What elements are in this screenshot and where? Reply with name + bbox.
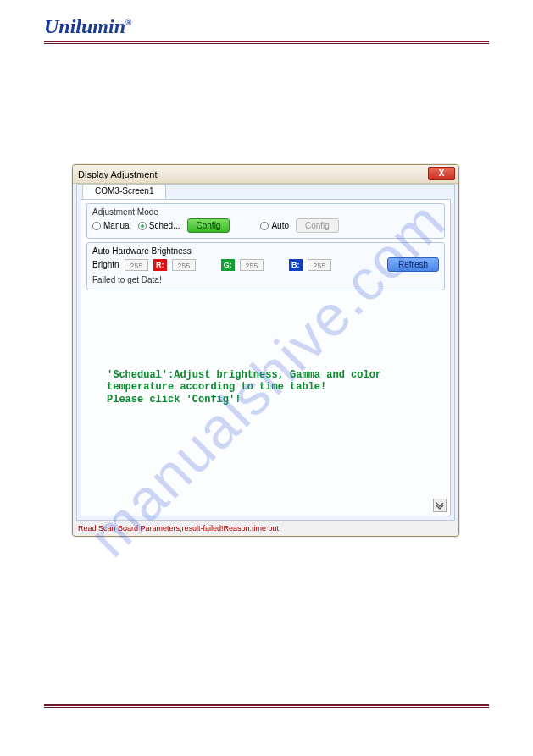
status-bar: Read Scan Board Parameters,result-failed… — [76, 522, 455, 534]
adjustment-mode-group: Adjustment Mode Manual Sched... Config A… — [86, 203, 445, 239]
hw-fail-text: Failed to get Data! — [92, 275, 439, 284]
hw-title: Auto Hardware Brightness — [92, 246, 439, 256]
brand-logo: Unilumin® — [44, 15, 132, 38]
scroll-down-button[interactable] — [433, 499, 447, 512]
radio-sched[interactable]: Sched... — [138, 221, 180, 230]
radio-auto[interactable]: Auto — [260, 221, 289, 230]
radio-manual[interactable]: Manual — [92, 221, 131, 230]
display-adjustment-window: Display Adjustment X COM3-Screen1 Adjust… — [72, 164, 459, 537]
window-body: COM3-Screen1 Adjustment Mode Manual Sche… — [76, 184, 455, 521]
close-button[interactable]: X — [428, 167, 455, 180]
red-value: 255 — [172, 259, 196, 271]
config-button-sched[interactable]: Config — [187, 218, 230, 233]
tab-pane: Adjustment Mode Manual Sched... Config A… — [81, 199, 451, 516]
window-titlebar: Display Adjustment X — [73, 165, 458, 184]
red-swatch: R: — [153, 259, 167, 271]
refresh-button[interactable]: Refresh — [387, 257, 439, 272]
header-rule — [44, 41, 489, 44]
help-text: 'Schedual':Adjust brightness, Gamma and … — [107, 369, 425, 406]
tab-com3-screen1[interactable]: COM3-Screen1 — [82, 184, 166, 199]
auto-hardware-brightness-group: Auto Hardware Brightness Brightn 255 R: … — [86, 242, 445, 290]
chevron-down-icon — [434, 499, 446, 511]
brightn-value: 255 — [125, 259, 148, 271]
window-title: Display Adjustment — [78, 169, 158, 179]
blue-swatch: B: — [289, 259, 303, 271]
adjustment-mode-legend: Adjustment Mode — [92, 207, 439, 217]
green-swatch: G: — [221, 259, 235, 271]
config-button-auto: Config — [296, 218, 339, 233]
brightn-label: Brightn — [92, 260, 119, 269]
footer-rule — [44, 704, 489, 708]
green-value: 255 — [240, 259, 264, 271]
blue-value: 255 — [308, 259, 331, 271]
